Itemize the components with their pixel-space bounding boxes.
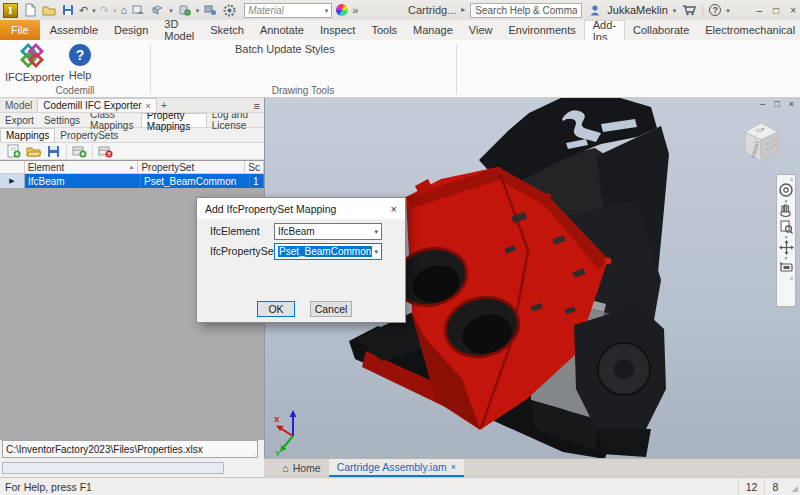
signed-in-user[interactable]: JukkaMeklin <box>607 4 668 16</box>
steering-wheel-icon[interactable] <box>778 182 794 198</box>
combo-caret-icon[interactable]: ▾ <box>374 248 381 256</box>
search-input[interactable] <box>470 3 582 18</box>
save-icon[interactable] <box>60 3 75 18</box>
redo-caret-icon[interactable]: ▾ <box>113 7 117 14</box>
panel-tab-codemill[interactable]: Codemill IFC Exporter × <box>37 98 157 112</box>
zoom-caret-icon[interactable]: ▾ <box>785 235 788 239</box>
component-caret-icon[interactable]: ▾ <box>169 7 173 14</box>
tab-log-and-license[interactable]: Log and License <box>207 113 264 127</box>
row-selector[interactable]: ▶ <box>0 174 25 188</box>
inventor-app-button[interactable]: I <box>3 3 18 18</box>
delete-row-button[interactable] <box>97 144 114 159</box>
material-combobox[interactable]: Material ▾ <box>244 3 332 18</box>
tab-propertysets[interactable]: PropertySets <box>55 128 123 142</box>
tab-property-mappings[interactable]: Property Mappings <box>141 113 207 127</box>
tab-environments[interactable]: Environments <box>501 20 584 40</box>
cart-icon[interactable] <box>681 3 696 18</box>
cell-sc[interactable]: 1 <box>250 174 264 188</box>
orbit-icon[interactable] <box>779 240 794 255</box>
new-file-icon[interactable] <box>22 3 37 18</box>
save-mappings-button[interactable] <box>45 144 62 159</box>
tab-settings[interactable]: Settings <box>39 113 85 127</box>
user-avatar-icon[interactable] <box>587 3 602 18</box>
tab-tools[interactable]: Tools <box>363 20 405 40</box>
tab-electromechanical[interactable]: Electromechanical <box>697 20 800 40</box>
tab-inspect[interactable]: Inspect <box>312 20 363 40</box>
presentation-icon[interactable] <box>203 3 218 18</box>
window-resize-grip-icon[interactable]: ◢ <box>792 484 798 493</box>
tab-mappings[interactable]: Mappings <box>0 128 55 142</box>
dialog-close-icon[interactable]: × <box>391 203 397 215</box>
undo-caret-icon[interactable]: ▾ <box>92 7 96 14</box>
combo-caret-icon[interactable]: ▾ <box>374 228 381 236</box>
doc-tab-home[interactable]: ⌂ Home <box>274 459 329 477</box>
cancel-button[interactable]: Cancel <box>310 301 352 317</box>
pan-hand-icon[interactable] <box>779 204 793 218</box>
tab-add-ins[interactable]: Add-Ins <box>584 20 625 40</box>
tab-annotate[interactable]: Annotate <box>252 20 312 40</box>
navbar-options-icon[interactable] <box>790 178 793 181</box>
tab-manage[interactable]: Manage <box>405 20 461 40</box>
title-expand-icon[interactable]: ▸ <box>461 6 465 14</box>
doc-minimize-button[interactable]: – <box>760 99 765 109</box>
batch-update-styles-button[interactable]: Batch Update Styles <box>235 43 335 55</box>
open-mappings-button[interactable] <box>25 144 42 159</box>
minimize-button[interactable]: – <box>757 5 763 16</box>
resize-grip-icon[interactable]: ∴ <box>252 450 256 457</box>
column-propertyset[interactable]: PropertySet <box>138 161 245 174</box>
tab-class-mappings[interactable]: Class Mappings <box>85 113 141 127</box>
tab-assemble[interactable]: Assemble <box>42 20 106 40</box>
doc-tab-close-icon[interactable]: × <box>451 462 456 472</box>
help-icon[interactable]: ? <box>709 4 721 16</box>
doc-close-button[interactable]: × <box>789 99 794 109</box>
maximize-button[interactable]: □ <box>773 5 779 16</box>
ifcpropertyset-combobox[interactable]: Pset_BeamCommon ▾ <box>274 243 382 260</box>
toolbar-overflow-icon[interactable]: » <box>352 5 358 16</box>
doc-restore-button[interactable]: □ <box>774 99 779 109</box>
panel-add-tab-button[interactable]: + <box>157 98 171 112</box>
look-at-icon[interactable] <box>779 261 794 274</box>
wheel-caret-icon[interactable]: ▾ <box>785 199 788 203</box>
cell-propertyset[interactable]: Pset_BeamCommon <box>141 174 250 188</box>
orbit-caret-icon[interactable]: ▾ <box>785 256 788 260</box>
addin-help-button[interactable]: ? Help <box>62 43 98 81</box>
tab-file[interactable]: File <box>0 20 40 40</box>
tab-sketch[interactable]: Sketch <box>202 20 252 40</box>
new-mapping-file-button[interactable] <box>5 144 22 159</box>
navbar-options-icon[interactable] <box>790 277 793 280</box>
zoom-icon[interactable] <box>779 219 793 234</box>
open-folder-icon[interactable] <box>41 3 56 18</box>
help-caret-icon[interactable]: ▾ <box>726 7 730 14</box>
tab-export[interactable]: Export <box>0 113 39 127</box>
panel-tab-close-icon[interactable]: × <box>146 101 151 111</box>
add-row-button[interactable] <box>71 144 88 159</box>
tab-3d-model[interactable]: 3D Model <box>156 20 202 40</box>
view-cube[interactable]: TOP FRONT <box>738 119 782 165</box>
undo-icon[interactable]: ↶ <box>79 5 88 16</box>
appearance-wheel-icon[interactable] <box>336 4 348 16</box>
gear-icon[interactable] <box>222 3 237 18</box>
doc-tab-cartridge-assembly[interactable]: Cartridge Assembly.iam × <box>329 459 464 477</box>
iproperties-caret-icon[interactable]: ▾ <box>196 7 200 14</box>
column-sc[interactable]: Sc <box>245 161 264 174</box>
home-icon[interactable]: ⌂ <box>120 5 127 16</box>
table-row[interactable]: ▶ IfcBeam Pset_BeamCommon 1 <box>0 174 264 188</box>
return-icon[interactable] <box>131 3 146 18</box>
dialog-titlebar[interactable]: Add IfcPropertySet Mapping × <box>197 198 405 219</box>
tab-collaborate[interactable]: Collaborate <box>625 20 697 40</box>
user-caret-icon[interactable]: ▾ <box>673 7 677 14</box>
panel-tab-model[interactable]: Model <box>0 98 37 112</box>
close-button[interactable]: × <box>790 5 796 16</box>
redo-icon[interactable]: ↷ <box>100 5 109 16</box>
properties-path-field[interactable]: C:\InventorFactory2023\Files\Properties.… <box>2 440 258 458</box>
iproperties-icon[interactable] <box>177 3 192 18</box>
column-element[interactable]: Element▲ <box>25 161 139 174</box>
tab-design[interactable]: Design <box>106 20 156 40</box>
tab-view[interactable]: View <box>461 20 501 40</box>
ok-button[interactable]: OK <box>257 301 295 317</box>
component-icon[interactable] <box>150 3 165 18</box>
cell-element[interactable]: IfcBeam <box>25 174 141 188</box>
ifcelement-combobox[interactable]: IfcBeam ▾ <box>274 223 382 240</box>
panel-menu-icon[interactable]: ≡ <box>254 98 260 113</box>
ifcexporter-button[interactable]: IFCExporter <box>5 43 59 83</box>
